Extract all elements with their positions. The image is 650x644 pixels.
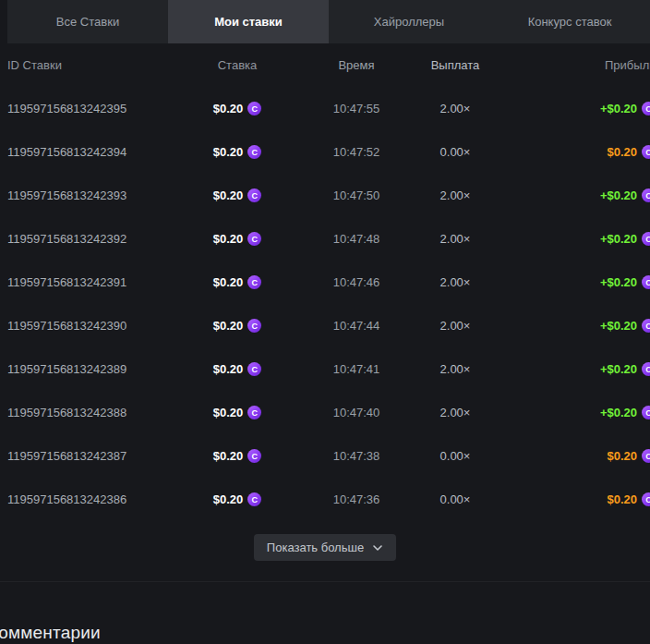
table-row: 119597156813242387 $0.20 C 10:47:38 0.00… xyxy=(0,434,650,478)
tab-all-bets[interactable]: Все Ставки xyxy=(7,0,168,43)
bet-id: 119597156813242394 xyxy=(0,145,175,159)
bet-time: 10:47:44 xyxy=(333,319,380,333)
coin-icon: C xyxy=(247,145,261,159)
bet-time: 10:47:40 xyxy=(333,406,380,419)
bet-profit: +$0.20 C xyxy=(600,188,650,202)
bet-time: 10:47:36 xyxy=(333,492,380,506)
table-row: 119597156813242393 $0.20 C 10:47:50 2.00… xyxy=(0,174,650,217)
bet-amount: $0.20 C xyxy=(213,188,262,202)
bet-id: 119597156813242392 xyxy=(0,232,175,246)
bet-profit: $0.20 C xyxy=(607,449,650,463)
show-more-label: Показать больше xyxy=(267,541,364,554)
coin-icon: C xyxy=(247,319,261,333)
coin-icon: C xyxy=(642,145,650,159)
table-row: 119597156813242388 $0.20 C 10:47:40 2.00… xyxy=(0,391,650,434)
bet-profit-value: $0.20 xyxy=(607,449,637,463)
bet-id: 119597156813242391 xyxy=(0,275,175,289)
bet-payout: 2.00× xyxy=(440,319,471,333)
bet-amount-value: $0.20 xyxy=(213,449,244,463)
bet-profit: $0.20 C xyxy=(607,492,650,506)
bets-table: ID Ставки Ставка Время Выплата Прибыль 1… xyxy=(0,43,650,521)
bet-amount: $0.20 C xyxy=(213,145,262,159)
bet-amount-value: $0.20 xyxy=(213,492,244,506)
bet-time: 10:47:50 xyxy=(333,188,380,202)
bet-id: 119597156813242386 xyxy=(0,492,175,506)
bet-profit-value: +$0.20 xyxy=(600,362,637,376)
table-row: 119597156813242386 $0.20 C 10:47:36 0.00… xyxy=(0,478,650,521)
bet-amount: $0.20 C xyxy=(213,492,262,506)
tab-my-bets[interactable]: Мои ставки xyxy=(168,0,329,43)
bet-amount: $0.20 C xyxy=(213,275,262,289)
coin-icon: C xyxy=(247,362,261,376)
coin-icon: C xyxy=(642,492,650,506)
comments-heading: Комментарии xyxy=(0,623,650,643)
table-row: 119597156813242391 $0.20 C 10:47:46 2.00… xyxy=(0,261,650,304)
bet-payout: 2.00× xyxy=(440,232,471,246)
bet-payout: 0.00× xyxy=(440,145,471,159)
bet-profit-value: +$0.20 xyxy=(600,275,637,289)
coin-icon: C xyxy=(642,362,650,376)
table-row: 119597156813242389 $0.20 C 10:47:41 2.00… xyxy=(0,347,650,391)
coin-icon: C xyxy=(642,188,650,202)
bet-amount-value: $0.20 xyxy=(213,319,244,333)
coin-icon: C xyxy=(642,275,650,289)
coin-icon: C xyxy=(247,275,261,289)
bet-profit-value: +$0.20 xyxy=(600,319,637,333)
coin-icon: C xyxy=(247,449,261,463)
coin-icon: C xyxy=(247,492,261,506)
header-profit: Прибыль xyxy=(605,58,650,72)
bet-amount-value: $0.20 xyxy=(213,275,244,289)
table-header-row: ID Ставки Ставка Время Выплата Прибыль xyxy=(0,43,650,87)
bet-payout: 2.00× xyxy=(440,362,471,376)
table-row: 119597156813242392 $0.20 C 10:47:48 2.00… xyxy=(0,217,650,261)
bet-amount: $0.20 C xyxy=(213,232,262,246)
coin-icon: C xyxy=(642,319,650,333)
bet-amount-value: $0.20 xyxy=(213,145,244,159)
bet-profit-value: +$0.20 xyxy=(600,188,637,202)
tab-high-rollers[interactable]: Хайроллеры xyxy=(329,0,489,43)
bet-profit-value: $0.20 xyxy=(607,492,637,506)
bet-profit: +$0.20 C xyxy=(600,406,650,419)
header-time: Время xyxy=(338,58,374,72)
bet-payout: 2.00× xyxy=(440,275,471,289)
show-more-wrap: Показать больше xyxy=(0,534,650,561)
bets-tabbar: Все Ставки Мои ставки Хайроллеры Конкурс… xyxy=(7,0,650,43)
coin-icon: C xyxy=(247,188,261,202)
bet-id: 119597156813242390 xyxy=(0,319,175,333)
bet-payout: 0.00× xyxy=(440,492,471,506)
bet-amount: $0.20 C xyxy=(213,362,262,376)
bet-id: 119597156813242387 xyxy=(0,449,175,463)
coin-icon: C xyxy=(247,232,261,246)
table-body: 119597156813242395 $0.20 C 10:47:55 2.00… xyxy=(0,87,650,521)
header-bet-id: ID Ставки xyxy=(0,58,175,72)
bet-payout: 2.00× xyxy=(440,188,471,202)
bet-profit: +$0.20 C xyxy=(600,319,650,333)
bet-amount: $0.20 C xyxy=(213,102,262,115)
bet-profit: +$0.20 C xyxy=(600,275,650,289)
coin-icon: C xyxy=(642,406,650,419)
bet-amount: $0.20 C xyxy=(213,449,262,463)
coin-icon: C xyxy=(642,232,650,246)
bet-amount-value: $0.20 xyxy=(213,232,244,246)
bet-amount-value: $0.20 xyxy=(213,362,244,376)
bet-payout: 2.00× xyxy=(440,406,471,419)
bet-id: 119597156813242393 xyxy=(0,188,175,202)
table-row: 119597156813242395 $0.20 C 10:47:55 2.00… xyxy=(0,87,650,130)
tab-bet-contest[interactable]: Конкурс ставок xyxy=(489,0,650,43)
bet-amount-value: $0.20 xyxy=(213,406,244,419)
chevron-down-icon xyxy=(372,542,383,553)
bet-profit: +$0.20 C xyxy=(600,102,650,115)
bets-page: Все Ставки Мои ставки Хайроллеры Конкурс… xyxy=(0,0,650,643)
bet-profit-value: +$0.20 xyxy=(600,102,637,115)
bet-time: 10:47:38 xyxy=(333,449,380,463)
bet-profit: $0.20 C xyxy=(607,145,650,159)
bet-id: 119597156813242395 xyxy=(0,102,175,115)
bet-time: 10:47:41 xyxy=(333,362,380,376)
bet-amount-value: $0.20 xyxy=(213,188,244,202)
bet-time: 10:47:48 xyxy=(333,232,380,246)
bet-id: 119597156813242389 xyxy=(0,362,175,376)
bet-profit-value: +$0.20 xyxy=(600,406,637,419)
bet-amount: $0.20 C xyxy=(213,319,262,333)
show-more-button[interactable]: Показать больше xyxy=(254,534,396,561)
bet-payout: 0.00× xyxy=(440,449,471,463)
